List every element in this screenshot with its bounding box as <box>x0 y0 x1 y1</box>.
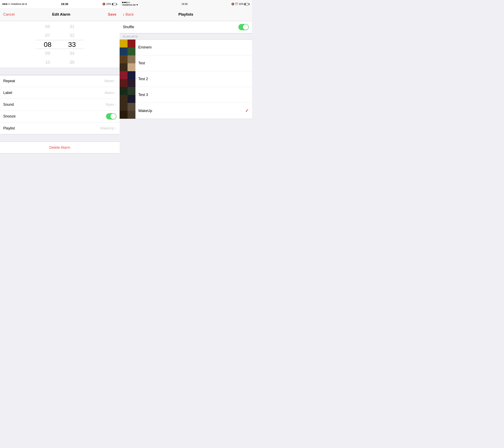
delete-alarm-section[interactable]: Delete Alarm <box>0 142 120 153</box>
left-status-bar: Vodafone.de ▾ 19:35 🔇 22% <box>0 0 120 8</box>
hour-09[interactable]: 09 <box>36 49 60 58</box>
playlist-wakeup[interactable]: WakeUp ✓ <box>120 103 252 119</box>
cancel-button[interactable]: Cancel <box>3 12 15 17</box>
snooze-label: Snooze <box>3 114 16 118</box>
playlists-section-header: PLAYLISTS <box>120 34 252 39</box>
repeat-value: Never › <box>104 79 116 83</box>
min-36[interactable]: 36 <box>60 67 84 68</box>
test3-thumb <box>120 87 135 103</box>
back-label[interactable]: Back <box>126 12 134 17</box>
battery-percent: 22% <box>106 3 111 5</box>
right-carrier: Vodafone.de <box>122 3 136 6</box>
mute-icon: 🔇 <box>102 3 106 5</box>
delete-alarm-button[interactable]: Delete Alarm <box>49 145 70 150</box>
eminem-art-3 <box>120 47 127 55</box>
dot-2 <box>4 3 5 5</box>
save-button[interactable]: Save <box>108 12 116 17</box>
test3-name: Test 3 <box>135 93 249 97</box>
sound-row[interactable]: Sound Apex › <box>0 99 120 111</box>
test3-art-2 <box>127 87 135 95</box>
test-art-3 <box>120 63 127 71</box>
wakeup-art-2 <box>127 103 135 111</box>
snooze-row[interactable]: Snooze <box>0 111 120 122</box>
repeat-text: Never <box>104 79 114 83</box>
wakeup-checkmark: ✓ <box>245 108 249 114</box>
playlist-test2[interactable]: Test 2 <box>120 71 252 87</box>
test2-art-1 <box>120 71 127 79</box>
right-nav-bar: ‹ Back Playlists <box>120 8 252 21</box>
wakeup-art-4 <box>127 111 135 119</box>
snooze-toggle[interactable] <box>106 113 116 119</box>
repeat-row[interactable]: Repeat Never › <box>0 75 120 87</box>
label-text: Alarm <box>105 91 114 95</box>
test-art-1 <box>120 55 127 63</box>
shuffle-row[interactable]: Shuffle <box>120 21 252 33</box>
sound-chevron: › <box>115 103 116 107</box>
left-nav-bar: Cancel Edit Alarm Save <box>0 8 120 21</box>
right-battery-icon <box>244 3 250 5</box>
hour-11[interactable]: 11 <box>36 67 60 68</box>
playlist-test3[interactable]: Test 3 <box>120 87 252 103</box>
right-alarm-icon: ⏰ <box>235 3 238 5</box>
eminem-art-2 <box>127 39 135 47</box>
wakeup-thumb <box>120 103 135 119</box>
repeat-label: Repeat <box>3 79 15 83</box>
rdot-5 <box>128 2 130 3</box>
label-row[interactable]: Label Alarm › <box>0 87 120 99</box>
back-button[interactable]: ‹ Back <box>123 12 134 17</box>
test2-name: Test 2 <box>135 77 249 81</box>
eminem-art-4 <box>127 47 135 55</box>
shuffle-container: Shuffle <box>120 21 252 34</box>
left-carrier: Vodafone.de <box>11 3 24 5</box>
min-34[interactable]: 34 <box>60 49 84 58</box>
min-33[interactable]: 33 <box>60 40 84 49</box>
min-31[interactable]: 31 <box>60 22 84 31</box>
dot-5 <box>9 3 10 5</box>
playlist-row[interactable]: Playlist WakeUp › <box>0 122 120 134</box>
snooze-toggle-knob <box>110 114 116 119</box>
min-32[interactable]: 32 <box>60 31 84 40</box>
playlist-value: WakeUp › <box>100 126 116 131</box>
test2-art-4 <box>127 79 135 87</box>
right-time: 19:36 <box>181 3 188 5</box>
sound-label: Sound <box>3 102 14 107</box>
right-carrier-area: Vodafone.de ▾ <box>122 2 138 6</box>
right-mute-icon: 🔇 <box>231 3 234 5</box>
wakeup-art-3 <box>120 111 127 119</box>
test2-art-3 <box>120 79 127 87</box>
shuffle-label: Shuffle <box>123 25 134 29</box>
minute-column[interactable]: 30 31 32 33 34 35 36 <box>60 21 84 68</box>
eminem-name: Eminem <box>135 45 249 50</box>
test3-art-4 <box>127 95 135 103</box>
label-chevron: › <box>115 91 116 95</box>
wifi-icon: ▾ <box>25 2 27 6</box>
back-chevron-icon: ‹ <box>123 12 124 17</box>
right-bottom-fill <box>120 119 252 224</box>
right-battery-percent: 22% <box>239 3 244 5</box>
playlist-test[interactable]: Test <box>120 55 252 71</box>
shuffle-toggle[interactable] <box>238 24 249 30</box>
eminem-art-1 <box>120 39 127 47</box>
playlist-eminem[interactable]: Eminem <box>120 39 252 55</box>
min-35[interactable]: 35 <box>60 58 84 67</box>
hour-column[interactable]: 05 06 07 08 09 10 11 <box>36 21 60 68</box>
sound-text: Apex <box>106 102 114 107</box>
playlist-text: WakeUp <box>100 126 114 131</box>
time-picker[interactable]: 05 06 07 08 09 10 11 30 31 32 33 34 35 3… <box>0 21 120 68</box>
right-signal <box>122 2 138 3</box>
left-bottom-fill <box>0 153 120 224</box>
hour-06[interactable]: 06 <box>36 22 60 31</box>
test2-art-2 <box>127 71 135 79</box>
picker-gap <box>0 68 120 75</box>
dot-4 <box>7 3 9 5</box>
right-battery-area: 🔇 ⏰ 22% <box>231 3 250 5</box>
right-wifi-icon: ▾ <box>136 3 138 6</box>
hour-07[interactable]: 07 <box>36 31 60 40</box>
rdot-1 <box>122 2 123 3</box>
test-art-2 <box>127 55 135 63</box>
hour-08[interactable]: 08 <box>36 40 60 49</box>
hour-10[interactable]: 10 <box>36 58 60 67</box>
playlists-title: Playlists <box>179 12 193 17</box>
sound-value: Apex › <box>106 102 116 107</box>
dot-3 <box>6 3 7 5</box>
